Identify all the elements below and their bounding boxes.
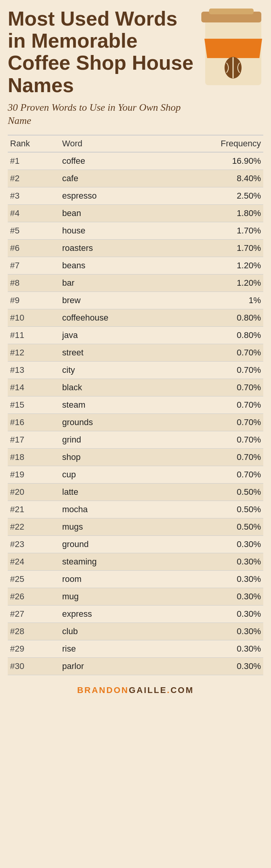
cell-frequency: 16.90% bbox=[168, 152, 263, 170]
cell-word: brew bbox=[60, 292, 168, 309]
brand-dark: GAILLE bbox=[129, 685, 167, 695]
cell-frequency: 0.70% bbox=[168, 414, 263, 431]
table-row: #10coffeehouse0.80% bbox=[8, 309, 263, 327]
cell-frequency: 0.50% bbox=[168, 501, 263, 518]
cell-rank: #27 bbox=[8, 606, 60, 623]
cell-frequency: 0.80% bbox=[168, 309, 263, 327]
cell-rank: #15 bbox=[8, 396, 60, 414]
cell-frequency: 1.20% bbox=[168, 274, 263, 292]
table-row: #25room0.30% bbox=[8, 571, 263, 588]
cell-rank: #21 bbox=[8, 501, 60, 518]
cell-word: express bbox=[60, 606, 168, 623]
footer: BRANDONGAILLE.COM bbox=[0, 679, 271, 703]
words-table: Rank Word Frequency #1coffee16.90%#2cafe… bbox=[8, 135, 263, 675]
cell-word: city bbox=[60, 362, 168, 379]
cell-frequency: 0.70% bbox=[168, 431, 263, 449]
cell-frequency: 0.70% bbox=[168, 466, 263, 484]
table-row: #4bean1.80% bbox=[8, 205, 263, 222]
cell-frequency: 0.70% bbox=[168, 396, 263, 414]
table-row: #19cup0.70% bbox=[8, 466, 263, 484]
column-header-frequency: Frequency bbox=[168, 135, 263, 152]
table-row: #14black0.70% bbox=[8, 379, 263, 396]
table-row: #1coffee16.90% bbox=[8, 152, 263, 170]
cell-frequency: 0.70% bbox=[168, 449, 263, 466]
table-row: #20latte0.50% bbox=[8, 484, 263, 501]
table-row: #26mug0.30% bbox=[8, 588, 263, 606]
cell-word: mugs bbox=[60, 518, 168, 536]
cell-word: beans bbox=[60, 257, 168, 274]
cell-rank: #19 bbox=[8, 466, 60, 484]
table-row: #30parlor0.30% bbox=[8, 658, 263, 675]
cell-frequency: 0.30% bbox=[168, 536, 263, 553]
cell-frequency: 0.80% bbox=[168, 327, 263, 344]
cell-frequency: 0.70% bbox=[168, 379, 263, 396]
table-row: #16grounds0.70% bbox=[8, 414, 263, 431]
cell-rank: #7 bbox=[8, 257, 60, 274]
table-row: #12street0.70% bbox=[8, 344, 263, 362]
cell-word: espresso bbox=[60, 187, 168, 205]
cell-frequency: 0.50% bbox=[168, 518, 263, 536]
table-row: #2cafe8.40% bbox=[8, 170, 263, 187]
cell-rank: #9 bbox=[8, 292, 60, 309]
table-header-row: Rank Word Frequency bbox=[8, 135, 263, 152]
cell-rank: #23 bbox=[8, 536, 60, 553]
cell-frequency: 1.80% bbox=[168, 205, 263, 222]
main-title: Most Used Words in Memorable Coffee Shop… bbox=[8, 8, 194, 96]
subtitle: 30 Proven Words to Use in Your Own Shop … bbox=[8, 101, 186, 127]
cell-frequency: 2.50% bbox=[168, 187, 263, 205]
cell-frequency: 0.30% bbox=[168, 606, 263, 623]
cell-frequency: 1.20% bbox=[168, 257, 263, 274]
cell-frequency: 0.30% bbox=[168, 571, 263, 588]
cell-word: ground bbox=[60, 536, 168, 553]
cell-frequency: 0.30% bbox=[168, 623, 263, 640]
cell-word: black bbox=[60, 379, 168, 396]
brand-orange: BRANDON bbox=[77, 685, 129, 695]
cell-rank: #25 bbox=[8, 571, 60, 588]
table-row: #27express0.30% bbox=[8, 606, 263, 623]
cell-frequency: 0.30% bbox=[168, 640, 263, 658]
table-row: #17grind0.70% bbox=[8, 431, 263, 449]
table-row: #29rise0.30% bbox=[8, 640, 263, 658]
table-row: #9brew1% bbox=[8, 292, 263, 309]
cell-word: mug bbox=[60, 588, 168, 606]
cell-word: grind bbox=[60, 431, 168, 449]
cell-rank: #16 bbox=[8, 414, 60, 431]
table-row: #3espresso2.50% bbox=[8, 187, 263, 205]
cell-word: coffeehouse bbox=[60, 309, 168, 327]
cell-rank: #12 bbox=[8, 344, 60, 362]
cell-frequency: 1.70% bbox=[168, 240, 263, 257]
cell-frequency: 1.70% bbox=[168, 222, 263, 240]
brand-text: BRANDONGAILLE.COM bbox=[77, 685, 194, 695]
cell-word: room bbox=[60, 571, 168, 588]
cell-word: rise bbox=[60, 640, 168, 658]
table-row: #22mugs0.50% bbox=[8, 518, 263, 536]
cell-rank: #11 bbox=[8, 327, 60, 344]
table-row: #5house1.70% bbox=[8, 222, 263, 240]
table-row: #28club0.30% bbox=[8, 623, 263, 640]
cell-frequency: 0.70% bbox=[168, 362, 263, 379]
cell-frequency: 1% bbox=[168, 292, 263, 309]
brand-com: COM bbox=[170, 685, 194, 695]
cell-word: cup bbox=[60, 466, 168, 484]
column-header-word: Word bbox=[60, 135, 168, 152]
cell-frequency: 0.70% bbox=[168, 344, 263, 362]
cell-word: roasters bbox=[60, 240, 168, 257]
cell-word: bean bbox=[60, 205, 168, 222]
cell-word: steam bbox=[60, 396, 168, 414]
table-row: #8bar1.20% bbox=[8, 274, 263, 292]
cell-rank: #22 bbox=[8, 518, 60, 536]
table-row: #13city0.70% bbox=[8, 362, 263, 379]
cell-rank: #1 bbox=[8, 152, 60, 170]
cell-rank: #5 bbox=[8, 222, 60, 240]
table-section: Rank Word Frequency #1coffee16.90%#2cafe… bbox=[0, 135, 271, 679]
coffee-cup-illustration bbox=[194, 0, 271, 89]
cell-word: parlor bbox=[60, 658, 168, 675]
table-row: #11java0.80% bbox=[8, 327, 263, 344]
cell-word: house bbox=[60, 222, 168, 240]
cell-frequency: 0.30% bbox=[168, 658, 263, 675]
cell-word: shop bbox=[60, 449, 168, 466]
cell-frequency: 0.30% bbox=[168, 588, 263, 606]
cell-rank: #26 bbox=[8, 588, 60, 606]
cell-frequency: 8.40% bbox=[168, 170, 263, 187]
cell-rank: #30 bbox=[8, 658, 60, 675]
